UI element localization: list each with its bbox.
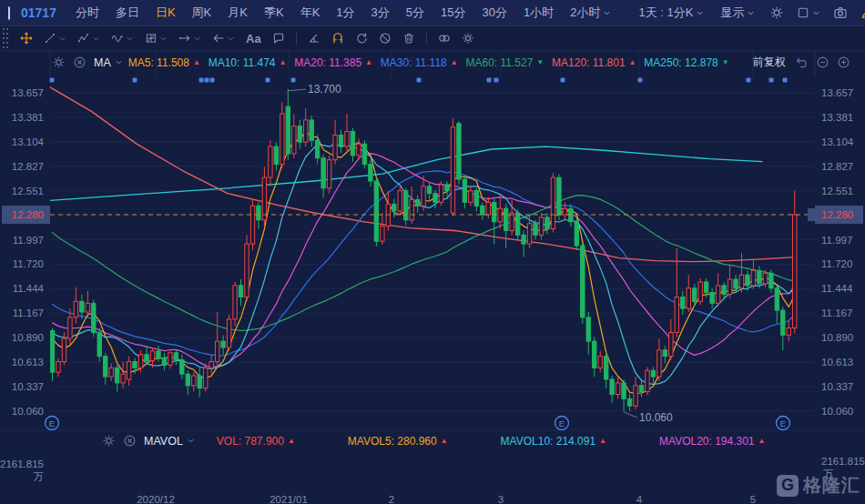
- layout-button[interactable]: [790, 6, 827, 19]
- tab-季K[interactable]: 季K: [256, 0, 292, 25]
- layout-icon: [797, 6, 809, 19]
- polyline-tool[interactable]: [72, 32, 106, 45]
- event-marker-icon[interactable]: [561, 78, 565, 83]
- candle: [469, 191, 473, 203]
- candle: [604, 357, 607, 379]
- tab-分时[interactable]: 分时: [67, 0, 107, 25]
- display-menu[interactable]: 显示: [712, 0, 763, 25]
- candle: [250, 206, 254, 244]
- close-icon[interactable]: [123, 434, 137, 448]
- candle: [239, 286, 242, 297]
- candle: [168, 353, 172, 366]
- tab-年K[interactable]: 年K: [292, 0, 329, 25]
- continuous-draw-tool[interactable]: [350, 32, 373, 45]
- chart-label: 11.997: [821, 235, 852, 246]
- zoom-out-icon[interactable]: [816, 55, 829, 69]
- close-icon[interactable]: [73, 55, 86, 69]
- tab-周K[interactable]: 周K: [184, 0, 220, 25]
- tab-30分[interactable]: 30分: [473, 0, 514, 25]
- text-tool[interactable]: Aa: [240, 32, 267, 45]
- zoom-in-icon[interactable]: [837, 55, 850, 69]
- tab-15分[interactable]: 15分: [432, 0, 473, 25]
- settings-button[interactable]: [763, 5, 790, 20]
- chart-label: 11.720: [13, 258, 44, 269]
- tab-日K[interactable]: 日K: [148, 0, 184, 25]
- chart-label: 2161.815: [0, 459, 44, 469]
- legend-item-MAVOL10: MAVOL10: 214.091▲: [501, 435, 606, 448]
- candle: [704, 282, 707, 293]
- event-marker-icon[interactable]: [487, 78, 492, 83]
- event-marker-icon[interactable]: [291, 78, 296, 83]
- watermark: G 格隆汇: [777, 473, 860, 498]
- chevron-down-icon: [92, 35, 100, 43]
- chart-area[interactable]: 13.65713.65713.38113.38113.10413.10412.8…: [0, 51, 865, 504]
- candle: [739, 275, 743, 288]
- event-marker-icon[interactable]: [747, 78, 751, 83]
- tab-1小时[interactable]: 1小时: [515, 0, 562, 25]
- pencil-icon: [860, 5, 865, 20]
- tab-月K[interactable]: 月K: [219, 0, 256, 25]
- trend-line-tool[interactable]: [38, 32, 72, 45]
- chevron-down-icon[interactable]: [187, 437, 195, 445]
- candle: [56, 362, 60, 373]
- event-marker-icon[interactable]: [638, 78, 643, 83]
- chart-label: 2020/12: [137, 494, 175, 504]
- drawing-toolbar: Aa: [0, 26, 865, 51]
- gelonghui-logo-icon: G: [777, 475, 799, 497]
- comment-tool[interactable]: [267, 32, 290, 45]
- symbol-code[interactable]: 01717: [21, 5, 56, 20]
- event-marker-icon[interactable]: [769, 78, 774, 83]
- tab-多日[interactable]: 多日: [107, 0, 148, 25]
- move-tool[interactable]: [15, 32, 38, 45]
- chart-label: 11.444: [13, 283, 45, 294]
- panel-icon[interactable]: [8, 6, 10, 20]
- event-marker-icon[interactable]: [210, 78, 215, 83]
- event-marker-icon[interactable]: [199, 78, 204, 83]
- candle: [204, 368, 208, 388]
- chart-label: 13.657: [821, 87, 853, 98]
- undo-icon[interactable]: [795, 55, 809, 69]
- candle: [710, 293, 714, 304]
- candle: [527, 224, 531, 244]
- drag-handle[interactable]: [3, 28, 9, 48]
- chevron-down-icon[interactable]: [115, 58, 123, 66]
- delete-drawings-tool[interactable]: [397, 32, 421, 45]
- candle: [374, 181, 378, 241]
- ray-tool[interactable]: [173, 32, 207, 45]
- event-marker-icon[interactable]: [133, 78, 137, 83]
- tab-1分[interactable]: 1分: [328, 0, 362, 25]
- event-marker-icon[interactable]: [417, 78, 422, 83]
- gear-icon[interactable]: [102, 434, 116, 448]
- screenshot-button[interactable]: [827, 5, 854, 20]
- adjust-mode-button[interactable]: 前复权: [753, 55, 786, 70]
- candle: [716, 286, 719, 303]
- event-marker-icon[interactable]: [50, 78, 55, 83]
- link-tool[interactable]: [432, 32, 456, 45]
- event-marker-icon[interactable]: [205, 78, 209, 83]
- wave-tool[interactable]: [106, 32, 139, 45]
- hide-drawings-tool[interactable]: [373, 32, 397, 45]
- chart-label: 10.060: [639, 411, 673, 424]
- interval-selector[interactable]: 1天 : 1分K: [630, 0, 712, 25]
- legend-item-MA10: MA10: 11.474▲: [209, 56, 287, 69]
- candle: [269, 146, 272, 177]
- event-marker-icon[interactable]: [783, 78, 788, 83]
- candle: [74, 301, 77, 318]
- candle: [298, 126, 301, 143]
- event-marker-icon[interactable]: [266, 78, 270, 83]
- tab-2小时[interactable]: 2小时: [562, 0, 619, 25]
- gann-tool[interactable]: [139, 32, 173, 45]
- legend-item-MAVOL5: MAVOL5: 280.960▲: [348, 435, 448, 448]
- draw-button[interactable]: [854, 5, 865, 20]
- tab-5分[interactable]: 5分: [398, 0, 432, 25]
- event-marker-icon[interactable]: [494, 78, 499, 83]
- magnet-tool[interactable]: [326, 32, 350, 45]
- tab-3分[interactable]: 3分: [363, 0, 398, 25]
- candle: [557, 177, 561, 215]
- candle: [493, 202, 496, 221]
- arrow-tool[interactable]: [207, 32, 240, 45]
- candle: [575, 222, 578, 246]
- draw-settings[interactable]: [456, 32, 480, 45]
- gear-icon[interactable]: [52, 55, 66, 69]
- angle-tool[interactable]: [302, 32, 326, 45]
